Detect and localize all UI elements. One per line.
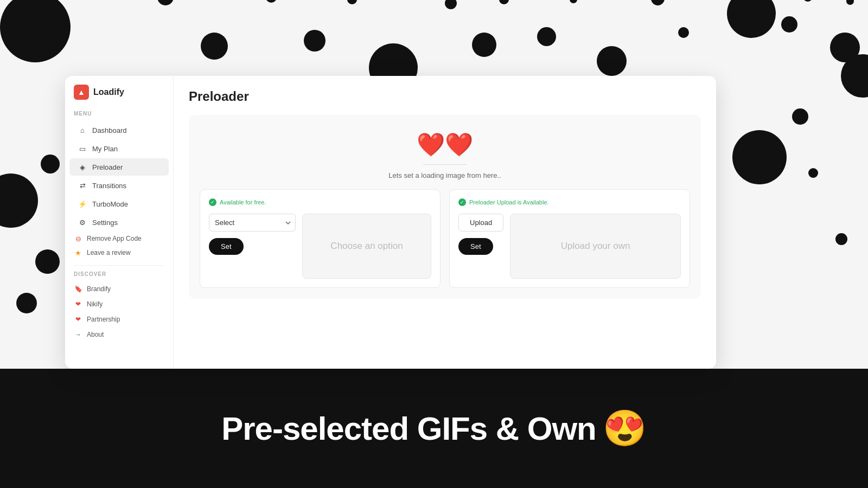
sidebar-item-partnership[interactable]: ❤ Partnership xyxy=(65,312,173,327)
sidebar-item-label: Preloader xyxy=(92,163,123,171)
app-window: ▲ Loadify MENU ⌂ Dashboard ▭ My Plan ◈ P… xyxy=(65,76,716,369)
free-preloader-card: ✓ Available for free. Select Option 1 Op… xyxy=(200,189,441,288)
dashboard-icon: ⌂ xyxy=(78,126,87,134)
background-dot xyxy=(41,155,60,174)
sidebar-item-brandify[interactable]: 🔖 Brandify xyxy=(65,281,173,297)
set-button-right[interactable]: Set xyxy=(458,238,493,255)
background-dot xyxy=(35,249,60,274)
cards-row: ✓ Available for free. Select Option 1 Op… xyxy=(200,189,690,288)
background-dot xyxy=(732,130,787,184)
sidebar-item-settings[interactable]: ⚙ Settings xyxy=(69,214,169,231)
my-plan-icon: ▭ xyxy=(78,144,87,153)
bottom-bar-text: Pre-selected GIFs & Own xyxy=(221,410,596,447)
partnership-label: Partnership xyxy=(87,316,120,323)
upload-badge-text: Preloader Upload is Available. xyxy=(469,199,549,206)
background-dot xyxy=(16,293,37,313)
sidebar-item-label: Dashboard xyxy=(92,126,127,134)
upload-badge: ✓ Preloader Upload is Available. xyxy=(458,198,681,206)
background-dot xyxy=(201,33,228,60)
turbomode-icon: ⚡ xyxy=(78,200,87,208)
loading-text: Lets set a loading image from here.. xyxy=(200,169,690,179)
bottom-bar: Pre-selected GIFs & Own 😍 xyxy=(0,369,868,488)
background-dot xyxy=(781,16,797,33)
sidebar-item-nikify[interactable]: ❤ Nikify xyxy=(65,297,173,312)
sidebar: ▲ Loadify MENU ⌂ Dashboard ▭ My Plan ◈ P… xyxy=(65,76,174,369)
background-dot xyxy=(266,0,277,3)
card-inner-right: Upload Set Upload your own xyxy=(458,214,681,279)
background-dot xyxy=(157,0,174,5)
transitions-icon: ⇄ xyxy=(78,181,87,190)
background-dot xyxy=(597,46,627,76)
background-dot xyxy=(846,0,854,5)
free-badge: ✓ Available for free. xyxy=(209,198,431,206)
sidebar-item-label: TurboMode xyxy=(92,200,128,208)
remove-app-code-label: Remove App Code xyxy=(87,235,142,242)
preloader-icon: ◈ xyxy=(78,163,87,171)
main-content: Preloader ❤️❤️ Lets set a loading image … xyxy=(174,76,716,369)
preloader-area: ❤️❤️ Lets set a loading image from here.… xyxy=(189,115,701,299)
check-icon: ✓ xyxy=(209,198,216,206)
sidebar-item-label: Settings xyxy=(92,219,118,227)
partnership-icon: ❤ xyxy=(74,315,82,324)
background-dot xyxy=(304,30,326,52)
preview-text-right: Upload your own xyxy=(561,241,630,252)
preview-text-left: Choose an option xyxy=(330,241,403,252)
check-icon-upload: ✓ xyxy=(458,198,466,206)
discover-label: Discover xyxy=(65,271,173,281)
background-dot xyxy=(537,27,556,46)
sidebar-item-about[interactable]: → About xyxy=(65,327,173,342)
logo-text: Loadify xyxy=(93,87,124,97)
set-button-left[interactable]: Set xyxy=(209,238,244,255)
background-dot xyxy=(808,168,818,178)
sidebar-item-preloader[interactable]: ◈ Preloader xyxy=(69,158,169,176)
gif-preview-right: Upload your own xyxy=(510,214,681,279)
brandify-icon: 🔖 xyxy=(74,285,82,293)
about-label: About xyxy=(87,331,104,338)
background-dot xyxy=(803,0,813,2)
card-controls-left: Select Option 1 Option 2 Set xyxy=(209,214,296,255)
remove-icon: ⊖ xyxy=(74,234,82,243)
sidebar-item-dashboard[interactable]: ⌂ Dashboard xyxy=(69,121,169,139)
sidebar-item-label: My Plan xyxy=(92,145,118,153)
bottom-bar-emoji: 😍 xyxy=(603,408,647,449)
background-dot xyxy=(0,0,71,62)
logo-area: ▲ Loadify xyxy=(65,85,173,111)
background-dot xyxy=(570,0,577,3)
background-dot xyxy=(651,0,665,5)
leave-review-item[interactable]: ★ Leave a review xyxy=(65,246,173,260)
divider xyxy=(74,265,164,266)
logo-icon: ▲ xyxy=(74,85,89,100)
settings-icon: ⚙ xyxy=(78,218,87,227)
background-dot xyxy=(727,0,776,38)
background-dot xyxy=(499,0,509,4)
background-dot xyxy=(472,33,496,57)
page-title: Preloader xyxy=(189,89,701,104)
heart-emoji: ❤️❤️ xyxy=(417,132,473,157)
card-inner-left: Select Option 1 Option 2 Set Choose an o… xyxy=(209,214,431,279)
menu-label: MENU xyxy=(65,111,173,121)
sidebar-item-my-plan[interactable]: ▭ My Plan xyxy=(69,140,169,157)
gif-preview-left: Choose an option xyxy=(302,214,431,279)
heart-area: ❤️❤️ xyxy=(200,126,690,161)
background-dot xyxy=(678,27,689,38)
about-icon: → xyxy=(74,330,82,339)
sidebar-item-transitions[interactable]: ⇄ Transitions xyxy=(69,177,169,194)
sidebar-item-label: Transitions xyxy=(92,182,126,190)
gif-select[interactable]: Select Option 1 Option 2 xyxy=(209,214,296,232)
background-dot xyxy=(792,108,808,125)
remove-app-code-item[interactable]: ⊖ Remove App Code xyxy=(65,232,173,246)
upload-area: Upload Set xyxy=(458,214,503,255)
nikify-icon: ❤ xyxy=(74,300,82,309)
star-icon: ★ xyxy=(74,248,82,257)
sidebar-item-turbomode[interactable]: ⚡ TurboMode xyxy=(69,195,169,213)
upload-preloader-card: ✓ Preloader Upload is Available. Upload … xyxy=(449,189,690,288)
background-dot xyxy=(347,0,357,4)
nikify-label: Nikify xyxy=(87,300,103,308)
background-dot xyxy=(445,0,457,9)
background-dot xyxy=(0,174,38,228)
free-badge-text: Available for free. xyxy=(220,199,266,206)
brandify-label: Brandify xyxy=(87,285,111,293)
background-dot xyxy=(835,233,847,245)
leave-review-label: Leave a review xyxy=(87,249,131,256)
upload-button[interactable]: Upload xyxy=(458,214,503,232)
